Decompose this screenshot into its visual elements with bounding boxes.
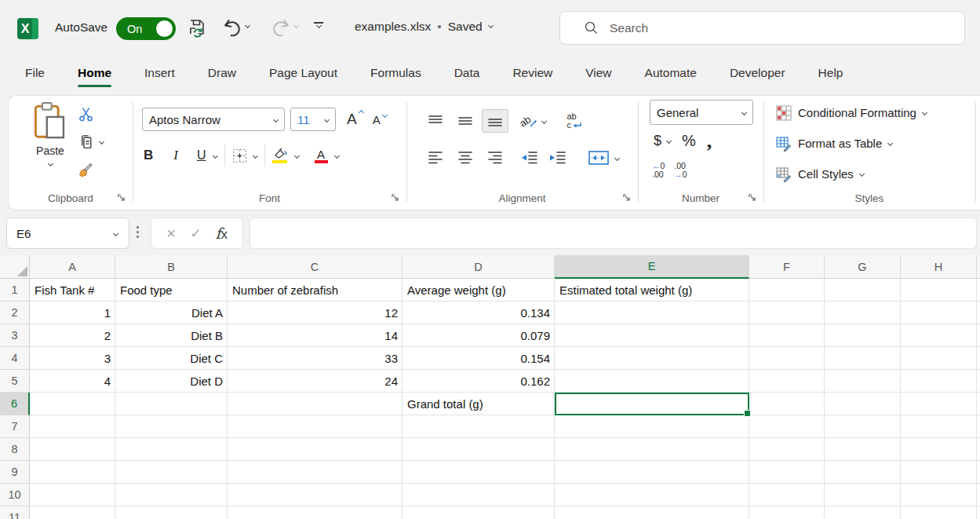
cell-B8[interactable] (115, 438, 228, 461)
cell-I6[interactable] (977, 393, 980, 415)
conditional-formatting-button[interactable]: Conditional Formatting (776, 102, 927, 123)
row-header-5[interactable]: 5 (0, 370, 30, 393)
cell-B9[interactable] (115, 461, 228, 484)
column-header-G[interactable]: G (825, 255, 901, 279)
cell-D1[interactable]: Average weight (g) (403, 279, 555, 302)
quick-access-overflow-button[interactable] (314, 22, 323, 27)
cell-E7[interactable] (555, 415, 749, 438)
cell-G7[interactable] (825, 415, 901, 438)
column-header-C[interactable]: C (228, 255, 403, 279)
cell-A8[interactable] (30, 438, 115, 461)
cell-C4[interactable]: 33 (228, 347, 403, 370)
cell-D6[interactable]: Grand total (g) (403, 393, 555, 415)
chevron-down-icon[interactable] (333, 152, 339, 158)
clipboard-dialog-launcher[interactable] (117, 193, 126, 203)
italic-button[interactable]: I (173, 148, 178, 163)
column-header-B[interactable]: B (115, 255, 228, 279)
undo-dropdown[interactable] (246, 24, 250, 27)
select-all-button[interactable] (0, 255, 30, 279)
cell-F6[interactable] (749, 393, 825, 415)
row-header-1[interactable]: 1 (0, 279, 30, 302)
cell-G6[interactable] (825, 393, 901, 415)
cell-B5[interactable]: Diet D (115, 370, 228, 393)
chevron-down-icon[interactable] (212, 152, 217, 158)
column-header-E[interactable]: E (555, 255, 749, 279)
cell-F1[interactable] (749, 279, 825, 302)
formula-bar-resize-handle[interactable] (137, 226, 139, 238)
merge-center-button[interactable] (588, 151, 619, 165)
decrease-decimal-button[interactable]: .00 →0 (674, 162, 687, 179)
cell-H7[interactable] (901, 415, 977, 438)
row-header-2[interactable]: 2 (0, 302, 30, 324)
cell-F5[interactable] (749, 370, 825, 393)
percent-format-button[interactable]: % (682, 132, 696, 150)
cell-G11[interactable] (825, 506, 901, 519)
cell-C11[interactable] (228, 506, 403, 519)
cell-F7[interactable] (749, 415, 825, 438)
cell-H2[interactable] (901, 302, 977, 324)
cell-G10[interactable] (825, 484, 901, 506)
cell-A4[interactable]: 3 (30, 347, 115, 370)
cell-D8[interactable] (403, 438, 555, 461)
cell-A10[interactable] (30, 484, 115, 506)
cell-C2[interactable]: 12 (228, 302, 403, 324)
paste-button[interactable]: Paste (27, 101, 73, 184)
cell-F4[interactable] (749, 347, 825, 370)
cell-D5[interactable]: 0.162 (403, 370, 555, 393)
tab-home[interactable]: Home (78, 57, 111, 90)
cell-I5[interactable] (977, 370, 980, 393)
column-header-A[interactable]: A (30, 255, 115, 279)
cell-E2[interactable] (555, 302, 749, 324)
document-title[interactable]: examples.xlsx • Saved (355, 20, 493, 34)
cell-C8[interactable] (228, 438, 403, 461)
cell-D4[interactable]: 0.154 (403, 347, 555, 370)
cell-A7[interactable] (30, 415, 115, 438)
cell-G2[interactable] (825, 302, 901, 324)
cell-I11[interactable] (977, 506, 980, 519)
autosave-toggle[interactable]: On (116, 17, 176, 40)
column-header-D[interactable]: D (403, 255, 555, 279)
cell-B4[interactable]: Diet C (115, 347, 228, 370)
format-painter-button[interactable] (78, 159, 104, 179)
chevron-down-icon[interactable] (252, 152, 257, 158)
orientation-button[interactable]: ab (519, 114, 546, 128)
cell-I4[interactable] (977, 347, 980, 370)
tab-insert[interactable]: Insert (144, 57, 175, 90)
row-header-9[interactable]: 9 (0, 461, 30, 484)
fill-color-button[interactable] (272, 148, 288, 163)
cell-E3[interactable] (555, 324, 749, 347)
number-format-combo[interactable]: General (650, 100, 753, 125)
cell-G1[interactable] (825, 279, 901, 302)
row-header-10[interactable]: 10 (0, 484, 30, 506)
search-box[interactable] (559, 11, 965, 45)
cell-G5[interactable] (825, 370, 901, 393)
borders-button[interactable] (232, 148, 247, 163)
font-name-combo[interactable]: Aptos Narrow (142, 108, 285, 131)
cancel-button[interactable]: × (166, 224, 176, 243)
align-left-button[interactable] (422, 146, 449, 170)
currency-format-button[interactable]: $ (654, 133, 671, 149)
tab-data[interactable]: Data (454, 57, 480, 90)
decrease-font-size-button[interactable]: A (373, 113, 381, 126)
cell-H4[interactable] (901, 347, 977, 370)
increase-decimal-button[interactable]: ←0 .00 (652, 162, 665, 179)
format-as-table-button[interactable]: Format as Table (776, 133, 927, 154)
middle-align-button[interactable] (452, 109, 479, 133)
cell-G9[interactable] (825, 461, 901, 484)
insert-function-button[interactable]: fx (215, 225, 228, 243)
cell-G4[interactable] (825, 347, 901, 370)
increase-font-size-button[interactable]: A (347, 111, 357, 128)
cell-C6[interactable] (228, 393, 403, 415)
comma-format-button[interactable]: , (707, 135, 712, 148)
cell-F8[interactable] (749, 438, 825, 461)
increase-indent-button[interactable] (545, 146, 571, 170)
cell-G3[interactable] (825, 324, 901, 347)
cell-H8[interactable] (901, 438, 977, 461)
cell-H6[interactable] (901, 393, 977, 415)
cell-G8[interactable] (825, 438, 901, 461)
cell-D9[interactable] (403, 461, 555, 484)
tab-page-layout[interactable]: Page Layout (269, 57, 337, 90)
cell-H10[interactable] (901, 484, 977, 506)
font-dialog-launcher[interactable] (391, 193, 400, 203)
bottom-align-button[interactable] (482, 109, 508, 133)
